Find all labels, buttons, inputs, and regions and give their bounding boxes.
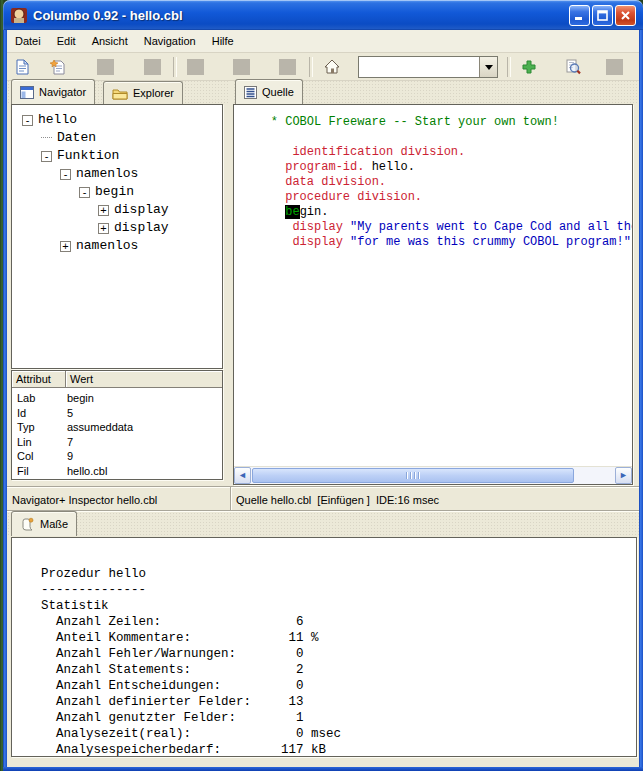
combobox-value[interactable] bbox=[359, 57, 479, 77]
open-document-button[interactable] bbox=[48, 58, 67, 76]
tree-node-namenlos[interactable]: +namenlos bbox=[12, 237, 222, 255]
tab-masse[interactable]: Maße bbox=[11, 511, 77, 536]
inspector-row-fil[interactable]: Filhello.cbl bbox=[12, 464, 222, 479]
inspector-row-lin[interactable]: Lin7 bbox=[12, 435, 222, 450]
code-segment bbox=[343, 235, 350, 249]
tree-node-label[interactable]: Daten bbox=[57, 129, 96, 147]
tab-navigator[interactable]: Navigator bbox=[11, 79, 95, 104]
inspector-attr-value: begin bbox=[67, 391, 222, 406]
inspector-attr-name: Fil bbox=[12, 464, 67, 479]
disabled-toolbar-button bbox=[187, 59, 204, 75]
search-combobox[interactable] bbox=[358, 56, 498, 78]
minimize-button[interactable] bbox=[569, 5, 590, 26]
tab-quelle[interactable]: Quelle bbox=[235, 79, 303, 104]
stat-line: Anzahl Statements: 2 bbox=[26, 662, 636, 678]
scroll-left-button[interactable]: ◄ bbox=[234, 467, 251, 484]
code-segment: identification division. bbox=[292, 145, 465, 159]
tree-expander-plus-icon[interactable]: + bbox=[98, 223, 109, 234]
home-button[interactable] bbox=[322, 58, 341, 76]
tree-node-label[interactable]: display bbox=[114, 201, 169, 219]
inspector-row-col[interactable]: Col9 bbox=[12, 449, 222, 464]
code-line[interactable]: display "My parents went to Cape Cod and… bbox=[242, 220, 632, 235]
code-line[interactable]: * COBOL Freeware -- Start your own town! bbox=[242, 115, 632, 130]
code-line[interactable]: procedure division. bbox=[242, 190, 632, 205]
combobox-dropdown-button[interactable] bbox=[479, 57, 497, 77]
menu-bar: DateiEditAnsichtNavigationHilfe bbox=[7, 30, 639, 53]
preview-button[interactable] bbox=[563, 58, 582, 76]
window-content: DateiEditAnsichtNavigationHilfe bbox=[7, 30, 639, 767]
maximize-button[interactable] bbox=[592, 5, 613, 26]
inspector-row-typ[interactable]: Typassumeddata bbox=[12, 420, 222, 435]
explorer-folder-icon bbox=[112, 87, 128, 100]
tree-node-display[interactable]: +display bbox=[12, 219, 222, 237]
window-border-bottom bbox=[3, 767, 643, 771]
toolbar-separator bbox=[507, 57, 511, 77]
tree-expander-minus-icon[interactable]: - bbox=[60, 169, 71, 180]
menu-item-hilfe[interactable]: Hilfe bbox=[204, 32, 242, 50]
navigator-tree: -helloDaten-Funktion-namenlos-begin+disp… bbox=[11, 104, 223, 369]
code-segment: * COBOL Freeware -- Start your own town! bbox=[242, 115, 559, 129]
metrics-scroll-icon bbox=[20, 517, 35, 531]
tree-node-label[interactable]: Funktion bbox=[57, 147, 119, 165]
tree-expander-plus-icon[interactable]: + bbox=[60, 241, 71, 252]
tree-node-label[interactable]: namenlos bbox=[76, 237, 138, 255]
code-line[interactable]: data division. bbox=[242, 175, 632, 190]
add-button[interactable] bbox=[519, 58, 538, 76]
disabled-toolbar-button bbox=[144, 59, 161, 75]
tree-node-begin[interactable]: -begin bbox=[12, 183, 222, 201]
tree-node-namenlos[interactable]: -namenlos bbox=[12, 165, 222, 183]
inspector-attr-name: Lab bbox=[12, 391, 67, 406]
inspector-header-attribut[interactable]: Attribut bbox=[12, 371, 66, 388]
stat-line: Anzahl definierter Felder: 13 bbox=[26, 694, 636, 710]
menu-item-datei[interactable]: Datei bbox=[7, 32, 49, 50]
menu-item-navigation[interactable]: Navigation bbox=[136, 32, 204, 50]
inspector-body: LabbeginId5TypassumeddataLin7Col9Filhell… bbox=[12, 388, 222, 478]
tree-node-label[interactable]: display bbox=[114, 219, 169, 237]
tab-explorer[interactable]: Explorer bbox=[103, 81, 183, 104]
code-segment bbox=[242, 190, 285, 204]
close-button[interactable] bbox=[615, 5, 636, 26]
code-line[interactable] bbox=[242, 130, 632, 145]
code-line[interactable]: display "for me was this crummy COBOL pr… bbox=[242, 235, 632, 250]
inspector-panel: AttributWert LabbeginId5TypassumeddataLi… bbox=[11, 370, 223, 480]
stat-line: Analysespeicherbedarf: 117 kB bbox=[26, 742, 636, 757]
tree-node-Daten[interactable]: Daten bbox=[12, 129, 222, 147]
text-cursor: be bbox=[285, 205, 299, 219]
tree-expander-minus-icon[interactable]: - bbox=[79, 187, 90, 198]
tree-node-label[interactable]: hello bbox=[38, 111, 77, 129]
tree-node-Funktion[interactable]: -Funktion bbox=[12, 147, 222, 165]
source-editor[interactable]: * COBOL Freeware -- Start your own town!… bbox=[233, 104, 633, 485]
inspector-row-lab[interactable]: Labbegin bbox=[12, 391, 222, 406]
code-line[interactable]: program-id. hello. bbox=[242, 160, 632, 175]
tree-node-label[interactable]: namenlos bbox=[76, 165, 138, 183]
inspector-attr-value: assumeddata bbox=[67, 420, 222, 435]
status-left: Navigator+ Inspector hello.cbl bbox=[7, 487, 231, 512]
inspector-attr-name: Lin bbox=[12, 435, 67, 450]
scroll-right-button[interactable]: ► bbox=[615, 467, 632, 484]
code-area[interactable]: * COBOL Freeware -- Start your own town!… bbox=[234, 105, 632, 466]
tab-label: Maße bbox=[40, 518, 68, 530]
bottom-tab-strip: Maße bbox=[7, 511, 639, 536]
inspector-header-row: AttributWert bbox=[12, 371, 222, 388]
app-icon bbox=[10, 6, 28, 24]
inspector-attr-name: Col bbox=[12, 449, 67, 464]
scrollbar-thumb[interactable] bbox=[252, 468, 574, 483]
title-bar[interactable]: Columbo 0.92 - hello.cbl bbox=[3, 0, 643, 30]
code-segment: . bbox=[631, 235, 632, 249]
tree-expander-minus-icon[interactable]: - bbox=[22, 115, 33, 126]
code-line[interactable]: begin. bbox=[242, 205, 632, 220]
toolbar bbox=[7, 53, 639, 81]
code-segment bbox=[242, 160, 285, 174]
menu-item-ansicht[interactable]: Ansicht bbox=[84, 32, 136, 50]
code-line[interactable]: identification division. bbox=[242, 145, 632, 160]
horizontal-scrollbar[interactable]: ◄ ► bbox=[234, 466, 632, 484]
tree-expander-plus-icon[interactable]: + bbox=[98, 205, 109, 216]
inspector-row-id[interactable]: Id5 bbox=[12, 406, 222, 421]
inspector-header-wert[interactable]: Wert bbox=[66, 371, 222, 388]
tree-node-hello[interactable]: -hello bbox=[12, 111, 222, 129]
menu-item-edit[interactable]: Edit bbox=[49, 32, 84, 50]
tree-node-display[interactable]: +display bbox=[12, 201, 222, 219]
new-document-button[interactable] bbox=[13, 58, 32, 76]
tree-node-label[interactable]: begin bbox=[95, 183, 134, 201]
tree-expander-minus-icon[interactable]: - bbox=[41, 151, 52, 162]
